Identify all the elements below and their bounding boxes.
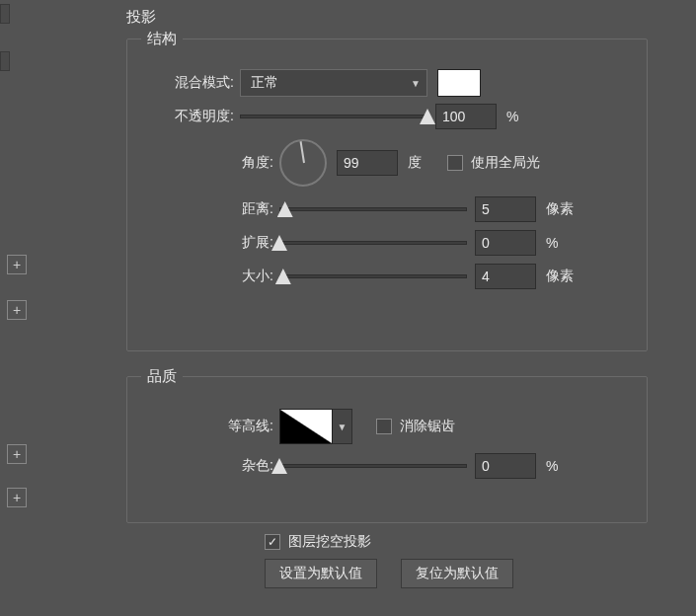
opacity-unit: % [506,109,546,124]
contour-swatch[interactable] [279,409,333,444]
list-fragment [0,51,10,71]
color-swatch[interactable] [437,69,481,97]
add-effect-button[interactable]: + [7,444,27,464]
global-light-checkbox[interactable] [447,155,463,171]
opacity-label: 不透明度: [141,108,240,125]
chevron-down-icon: ▼ [411,78,421,89]
distance-slider[interactable] [279,197,467,221]
distance-input[interactable] [475,196,536,222]
size-label: 大小: [141,268,279,285]
plus-icon: + [13,302,21,318]
structure-group: 结构 混合模式: 正常 ▼ 不透明度: % 角度: 度 [126,30,648,351]
global-light-label: 使用全局光 [471,154,540,172]
spread-unit: % [546,235,585,251]
add-effect-button[interactable]: + [7,255,27,274]
contour-dropdown-button[interactable]: ▼ [333,409,352,444]
size-unit: 像素 [546,268,585,285]
size-input[interactable] [475,264,536,289]
antialias-checkbox[interactable] [376,419,392,434]
plus-icon: + [13,490,21,505]
noise-slider[interactable] [279,454,467,478]
blend-mode-value: 正常 [251,74,278,92]
noise-label: 杂色: [141,457,279,475]
noise-unit: % [546,458,585,474]
contour-label: 等高线: [141,418,279,435]
blend-mode-label: 混合模式: [141,74,240,92]
quality-group: 品质 等高线: ▼ 消除锯齿 杂色: % [126,367,648,523]
spread-input[interactable] [475,230,536,256]
angle-unit: 度 [408,154,447,172]
plus-icon: + [13,446,21,462]
opacity-slider[interactable] [240,105,427,128]
distance-label: 距离: [141,200,279,218]
noise-input[interactable] [475,453,536,479]
list-fragment [0,4,10,24]
distance-unit: 像素 [546,200,585,218]
add-effect-button[interactable]: + [7,488,27,507]
plus-icon: + [13,257,21,272]
spread-label: 扩展: [141,234,279,252]
opacity-input[interactable] [435,104,497,129]
knockout-checkbox[interactable] [265,534,280,550]
add-effect-button[interactable]: + [7,300,27,320]
angle-label: 角度: [141,154,279,172]
angle-input[interactable] [337,150,398,176]
chevron-down-icon: ▼ [338,422,348,432]
spread-slider[interactable] [279,231,467,255]
structure-legend: 结构 [141,30,183,48]
panel-title: 投影 [126,8,156,27]
angle-dial[interactable] [279,139,327,187]
size-slider[interactable] [279,265,467,288]
antialias-label: 消除锯齿 [400,418,455,435]
quality-legend: 品质 [141,367,183,386]
effects-list-strip: + + + + [0,0,47,616]
reset-default-button[interactable]: 复位为默认值 [401,559,513,588]
knockout-label: 图层挖空投影 [288,533,371,551]
blend-mode-dropdown[interactable]: 正常 ▼ [240,69,427,97]
make-default-button[interactable]: 设置为默认值 [265,559,377,588]
